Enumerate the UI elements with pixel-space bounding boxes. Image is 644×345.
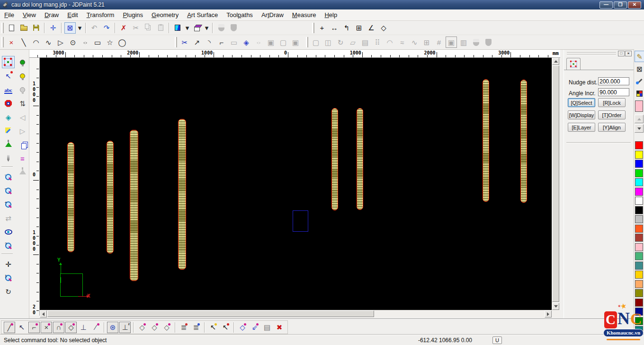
measure-circle-button[interactable]: ◇	[378, 22, 389, 34]
offset-inward-button[interactable]: ▣	[265, 36, 277, 48]
scroll-left-button[interactable]	[40, 310, 47, 318]
select-tool[interactable]	[2, 56, 15, 68]
page-manager-button[interactable]	[16, 138, 29, 151]
canvas-viewport[interactable]: YX	[40, 58, 552, 310]
snap-nearest-button[interactable]: ↖	[16, 322, 27, 333]
carve-tool[interactable]	[2, 125, 15, 137]
zoom-in-tool[interactable]: +	[2, 198, 15, 210]
menu-measure[interactable]: Measure	[288, 10, 321, 20]
measure-chain-button[interactable]: ↰	[341, 22, 352, 34]
next-view-button[interactable]: ▷	[16, 125, 29, 137]
move-crosshair-button[interactable]: ✛	[47, 22, 59, 34]
shield-dark-button[interactable]	[228, 22, 239, 34]
selection-filter-button[interactable]: ▤	[261, 322, 273, 333]
panel-grip[interactable]	[567, 52, 616, 53]
draw-point-button[interactable]: ×	[6, 36, 17, 48]
array-button[interactable]: ⠿	[372, 36, 383, 48]
w-display-button[interactable]: [W]Display	[568, 110, 595, 119]
pan-tool[interactable]: ✛	[2, 258, 15, 270]
new-file-button[interactable]	[6, 22, 17, 34]
paste-contour-button[interactable]: ▣	[290, 36, 301, 48]
color-swatch-7[interactable]	[635, 197, 643, 205]
zoom-ratio-tool[interactable]: 1	[2, 272, 15, 284]
stretch-button[interactable]: ▤	[359, 36, 371, 48]
bend-button[interactable]: ◠	[384, 36, 395, 48]
menu-draw[interactable]: Draw	[40, 10, 63, 20]
copy-contour-button[interactable]: ▢	[277, 36, 289, 48]
menu-art-surface[interactable]: Art Surface	[183, 10, 222, 20]
toolbar-drag-handle[interactable]	[175, 37, 177, 47]
pick-add-button[interactable]: ↖	[207, 322, 219, 333]
open-file-button[interactable]	[18, 22, 29, 34]
eyedropper-tool[interactable]	[635, 75, 644, 87]
redo-button[interactable]: ↷	[101, 22, 112, 34]
t-order-button[interactable]: [T]Order	[598, 110, 626, 119]
drill-tool[interactable]	[2, 152, 15, 164]
couplet-strip-4[interactable]	[178, 119, 186, 270]
color-swatch-14[interactable]	[635, 262, 643, 270]
chamfer-button[interactable]: ⌐	[216, 36, 227, 48]
offset-rect-button[interactable]: ▭	[228, 36, 240, 48]
color-swatch-10[interactable]	[635, 225, 643, 233]
undo-button[interactable]: ↶	[89, 22, 100, 34]
layer-down-button[interactable]: ≣	[178, 322, 189, 333]
fillet-button[interactable]: ◝	[204, 36, 215, 48]
offset-curve-button[interactable]: ◈	[241, 36, 252, 48]
draw-line-button[interactable]: ╲	[18, 36, 29, 48]
pick-light-toggle[interactable]	[16, 83, 29, 96]
surface-view-button[interactable]	[172, 22, 183, 34]
couplet-strip-5[interactable]	[331, 108, 338, 210]
snap-intersection-button[interactable]: ×	[41, 322, 52, 333]
zoom-out-tool[interactable]: −	[2, 184, 15, 197]
measure-distance-button[interactable]: ↔	[329, 22, 340, 34]
surface-view-dropdown[interactable]: ▾	[184, 22, 190, 34]
r-lock-button[interactable]: [R]Lock	[598, 98, 626, 107]
selection-rectangle[interactable]	[293, 210, 308, 232]
shield-dark-button-2[interactable]	[483, 36, 494, 48]
y-align-button[interactable]: [Y]Align	[598, 123, 626, 132]
color-swatch-13[interactable]	[635, 252, 643, 260]
color-swatch-8[interactable]	[635, 206, 643, 214]
snap-endpoint-button[interactable]: ⌐	[28, 322, 40, 333]
nudge-dist-input[interactable]	[598, 77, 629, 85]
color-swatch-4[interactable]	[635, 169, 643, 177]
save-file-button[interactable]	[30, 22, 42, 34]
panel-splitter[interactable]	[560, 50, 564, 318]
scroll-right-button[interactable]	[545, 310, 552, 318]
color-swatch-5[interactable]	[635, 178, 643, 186]
swap-visibility-button[interactable]: ⇅	[16, 97, 29, 109]
node-edit-tool[interactable]: ↖	[2, 70, 15, 82]
snap-perpendicular-button[interactable]: ⊥	[78, 322, 89, 333]
menu-transform[interactable]: Transform	[82, 10, 119, 20]
select-options-tab[interactable]	[566, 58, 581, 70]
trim-button[interactable]: ✂	[179, 36, 190, 48]
twist-button[interactable]: ≈	[396, 36, 408, 48]
select-mode-button[interactable]: ⊠	[64, 22, 76, 34]
draw-curve-button[interactable]: ∿	[43, 36, 54, 48]
ungroup-button[interactable]: ▥	[458, 36, 469, 48]
show-all-toggle[interactable]	[16, 56, 29, 68]
color-swatch-11[interactable]	[635, 234, 643, 242]
e-layer-button[interactable]: [E]Layer	[568, 123, 595, 132]
minimize-button[interactable]: —	[599, 1, 613, 9]
palette-scroll-down-button[interactable]	[635, 124, 644, 133]
clear-snaps-button[interactable]: ✖	[274, 322, 285, 333]
q-select-button[interactable]: [Q]Select	[568, 98, 595, 107]
color-swatch-16[interactable]	[635, 280, 643, 288]
maximize-button[interactable]: ❐	[614, 1, 627, 9]
color-swatch-6[interactable]	[635, 188, 643, 196]
couplet-strip-8[interactable]	[520, 80, 527, 203]
axis-align-button[interactable]: #	[433, 36, 445, 48]
color-swatch-12[interactable]	[635, 243, 643, 251]
drop-to-curve-button[interactable]: ◇	[237, 322, 248, 333]
draw-arc-button[interactable]: ◠	[30, 36, 42, 48]
region-tool[interactable]: ◈	[2, 111, 15, 123]
lamp-tool[interactable]	[2, 138, 15, 151]
fit-curve-button[interactable]: ∿	[409, 36, 420, 48]
snap-grid-button[interactable]: ⊛	[107, 322, 118, 333]
unit-button[interactable]: U	[492, 336, 502, 344]
draw-oval-button[interactable]: ◯	[116, 36, 128, 48]
menu-artdraw[interactable]: ArtDraw	[257, 10, 288, 20]
emboss-tool[interactable]	[2, 97, 15, 109]
snap-quadrant-button[interactable]: ◇	[65, 322, 77, 333]
